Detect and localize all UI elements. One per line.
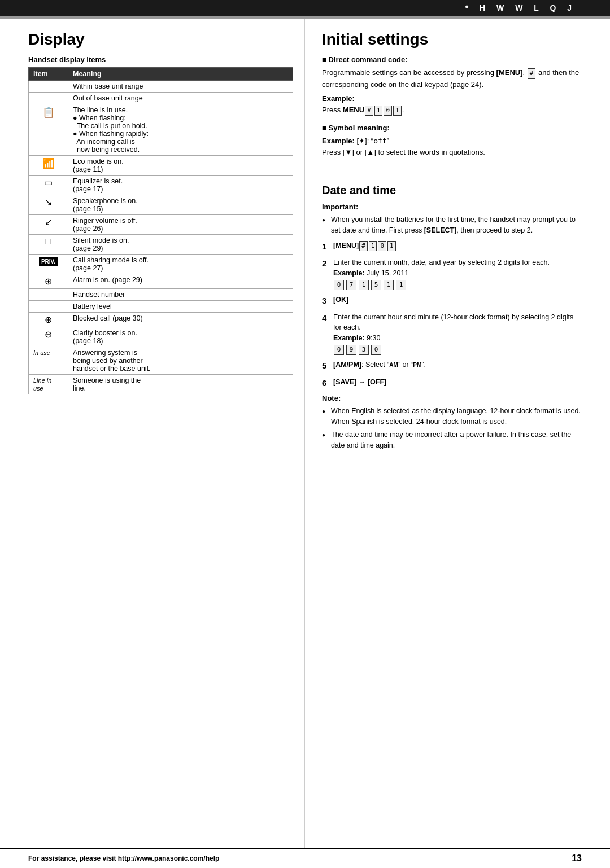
- step-6-content: [SAVE] → [OFF]: [333, 377, 582, 390]
- table-row: 📋 The line is in use. ● When flashing: T…: [29, 104, 293, 156]
- step-3: 3 [OK]: [322, 295, 582, 308]
- priv-icon: PRIV.: [39, 257, 58, 266]
- top-header: * H W W L Q J: [0, 0, 610, 16]
- table-row: Out of base unit range: [29, 93, 293, 104]
- item-cell: ↘: [29, 195, 68, 215]
- important-bullets: When you install the batteries for the f…: [322, 214, 582, 236]
- off-key: [OFF]: [368, 378, 386, 386]
- lineinuse-label: Line inuse: [33, 377, 51, 392]
- symbol-example: Example: [✦]: “off” Press [▼] or [▲] to …: [322, 135, 582, 157]
- symbol-section: Symbol meaning: Example: [✦]: “off” Pres…: [322, 124, 582, 157]
- important-label: Important:: [322, 203, 582, 211]
- page-number: 13: [572, 853, 582, 863]
- example-label: Example:: [322, 94, 355, 103]
- date-time-title: Date and time: [322, 184, 582, 197]
- handset-display-label: Handset display items: [28, 55, 293, 64]
- ampm-key: [AM/PM]: [333, 361, 361, 369]
- direct-cmd-header: Direct command code:: [322, 55, 582, 64]
- step2-k1: 1: [359, 280, 369, 291]
- select-key: [SELECT]: [424, 226, 457, 234]
- save-key: [SAVE]: [333, 378, 356, 386]
- step2-k1c: 1: [396, 280, 406, 291]
- item-cell: Line inuse: [29, 375, 68, 394]
- step1-hash: #: [359, 241, 368, 252]
- step2-example-boxes: 0 7 1 5 1 1: [333, 280, 407, 291]
- table-row: ⊕ Alarm is on. (page 29): [29, 274, 293, 289]
- left-column: Display Handset display items Item Meani…: [0, 19, 305, 848]
- meaning-cell: Battery level: [68, 301, 293, 313]
- step1-1b: 1: [387, 241, 396, 252]
- step-5-num: 5: [322, 360, 333, 372]
- meaning-cell: Eco mode is on.(page 11): [68, 156, 293, 176]
- main-content: Display Handset display items Item Meani…: [0, 19, 610, 848]
- step-3-num: 3: [322, 295, 333, 308]
- am-text: AM: [389, 362, 398, 368]
- meaning-cell: Speakerphone is on.(page 15): [68, 195, 293, 215]
- symbol-header: Symbol meaning:: [322, 124, 582, 132]
- example-paragraph: Example: Press MENU#101.: [322, 93, 582, 116]
- step2-k5: 5: [371, 280, 381, 291]
- example-menu: MENU: [343, 106, 364, 114]
- step-2: 2 Enter the current month, date, and yea…: [322, 257, 582, 290]
- item-cell: [29, 81, 68, 93]
- table-row: ⊕ Blocked call (page 30): [29, 313, 293, 327]
- step4-k3: 3: [359, 345, 369, 356]
- step2-k0: 0: [334, 280, 344, 291]
- right-column: Initial settings Direct command code: Pr…: [305, 19, 610, 848]
- item-cell: ⊕: [29, 274, 68, 289]
- date-time-section: Date and time Important: When you instal…: [322, 169, 582, 450]
- pm-text: PM: [413, 362, 421, 368]
- item-cell: [29, 93, 68, 104]
- step-4-num: 4: [322, 312, 333, 356]
- header-text: * H W W L Q J: [465, 3, 576, 12]
- item-cell: ↙: [29, 215, 68, 235]
- item-cell: 📋: [29, 104, 68, 156]
- note-bullet-1: When English is selected as the display …: [322, 406, 582, 427]
- meaning-cell: Clarity booster is on.(page 18): [68, 327, 293, 347]
- step-4: 4 Enter the current hour and minute (12-…: [322, 312, 582, 356]
- table-row: Battery level: [29, 301, 293, 313]
- table-row: ⊖ Clarity booster is on.(page 18): [29, 327, 293, 347]
- step4-example-boxes: 0 9 3 0: [333, 345, 382, 356]
- alarm-icon: ⊕: [45, 277, 52, 286]
- direct-cmd-section: Direct command code: Programmable settin…: [322, 55, 582, 116]
- step-2-content: Enter the current month, date, and year …: [333, 257, 582, 290]
- item-cell: [29, 301, 68, 313]
- step4-k0b: 0: [371, 345, 381, 356]
- item-cell: PRIV.: [29, 255, 68, 274]
- blocked-icon: ⊕: [45, 315, 52, 325]
- step-5: 5 [AM/PM]: Select “AM” or “PM”.: [322, 360, 582, 372]
- table-row: PRIV. Call sharing mode is off.(page 27): [29, 255, 293, 274]
- step-2-num: 2: [322, 257, 333, 290]
- step-1-content: [MENU]#101: [333, 240, 582, 253]
- display-table: Item Meaning Within base unit range Out …: [28, 67, 293, 394]
- ringer-icon: ↙: [45, 217, 52, 227]
- table-row: Within base unit range: [29, 81, 293, 93]
- off-text: off: [373, 137, 386, 145]
- step-5-content: [AM/PM]: Select “AM” or “PM”.: [333, 360, 582, 372]
- step4-k9: 9: [346, 345, 356, 356]
- inuse-label: In use: [33, 349, 50, 356]
- meaning-cell: The line is in use. ● When flashing: The…: [68, 104, 293, 156]
- table-row: 📶 Eco mode is on.(page 11): [29, 156, 293, 176]
- step2-k7: 7: [346, 280, 356, 291]
- footer-text: For assistance, please visit http://www.…: [28, 854, 219, 862]
- item-cell: In use: [29, 347, 68, 375]
- table-row: □ Silent mode is on.(page 29): [29, 235, 293, 255]
- item-cell: ▭: [29, 176, 68, 195]
- meaning-cell: Within base unit range: [68, 81, 293, 93]
- meaning-cell: Someone is using theline.: [68, 375, 293, 394]
- clarity-icon: ⊖: [45, 330, 52, 339]
- step-list: 1 [MENU]#101 2 Enter the current month, …: [322, 240, 582, 390]
- meaning-cell: Answering system isbeing used by another…: [68, 347, 293, 375]
- step4-example-label: Example:: [333, 334, 365, 342]
- note-bullet-2: The date and time may be incorrect after…: [322, 429, 582, 451]
- item-cell: [29, 289, 68, 301]
- table-row: Handset number: [29, 289, 293, 301]
- meaning-cell: Equalizer is set.(page 17): [68, 176, 293, 195]
- table-row: In use Answering system isbeing used by …: [29, 347, 293, 375]
- item-cell: ⊖: [29, 327, 68, 347]
- meaning-cell: Handset number: [68, 289, 293, 301]
- step2-k1b: 1: [384, 280, 394, 291]
- item-cell: □: [29, 235, 68, 255]
